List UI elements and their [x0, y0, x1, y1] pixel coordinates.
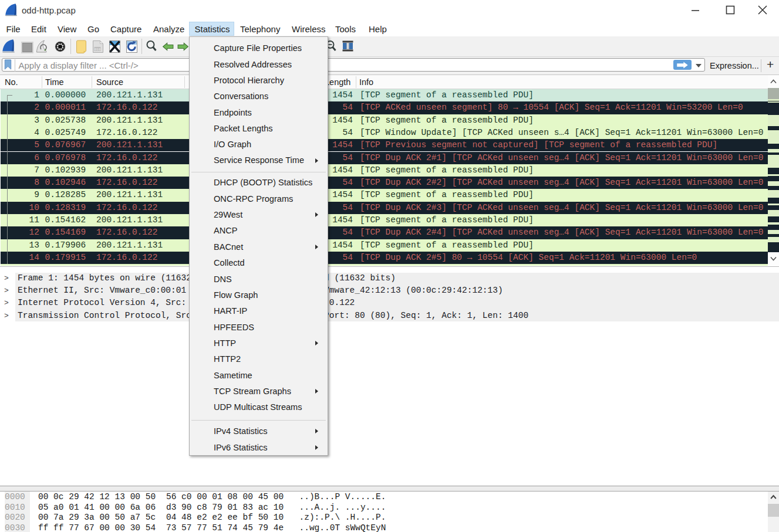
svg-text:010: 010 [95, 48, 100, 52]
